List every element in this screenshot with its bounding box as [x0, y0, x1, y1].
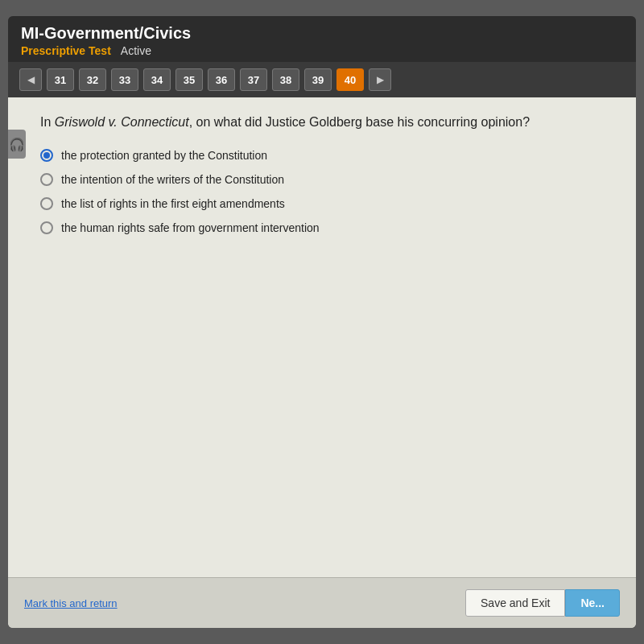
option-a-text: the protection granted by the Constituti…	[61, 149, 267, 162]
next-arrow-button[interactable]: ▶	[369, 68, 391, 91]
active-status-label: Active	[121, 44, 151, 57]
option-a[interactable]: the protection granted by the Constituti…	[40, 149, 612, 162]
radio-a[interactable]	[40, 149, 53, 162]
radio-b[interactable]	[40, 173, 53, 186]
left-tab-icon: 🎧	[9, 137, 25, 152]
question-text-before: In	[40, 115, 55, 129]
page-btn-32[interactable]: 32	[79, 68, 106, 91]
option-d[interactable]: the human rights safe from government in…	[40, 221, 612, 234]
prescriptive-test-label: Prescriptive Test	[21, 44, 111, 57]
app-title: MI-Government/Civics	[21, 24, 623, 43]
subtitle-row: Prescriptive Test Active	[21, 44, 623, 57]
screen-container: MI-Government/Civics Prescriptive Test A…	[8, 16, 636, 628]
option-d-text: the human rights safe from government in…	[61, 221, 320, 234]
prev-arrow-icon: ◀	[27, 74, 35, 85]
question-italic: Griswold v. Connecticut	[55, 115, 189, 129]
top-bar: MI-Government/Civics Prescriptive Test A…	[8, 16, 636, 62]
nav-bar: ◀ 31 32 33 34 35 36 37 38 39 40 ▶	[8, 62, 636, 97]
page-btn-38[interactable]: 38	[272, 68, 299, 91]
next-arrow-icon: ▶	[377, 74, 384, 85]
left-tab[interactable]: 🎧	[8, 130, 26, 159]
question-text: In Griswold v. Connecticut, on what did …	[40, 114, 612, 131]
option-b[interactable]: the intention of the writers of the Cons…	[40, 173, 612, 186]
page-btn-36[interactable]: 36	[208, 68, 235, 91]
page-btn-34[interactable]: 34	[143, 68, 171, 91]
next-button[interactable]: Ne...	[565, 589, 620, 617]
prev-arrow-button[interactable]: ◀	[19, 68, 42, 91]
page-btn-40[interactable]: 40	[336, 68, 364, 91]
option-c[interactable]: the list of rights in the first eight am…	[40, 197, 612, 210]
radio-c[interactable]	[40, 197, 53, 210]
page-btn-39[interactable]: 39	[304, 68, 332, 91]
save-exit-button[interactable]: Save and Exit	[465, 589, 565, 617]
question-text-after: , on what did Justice Goldberg base his …	[189, 115, 530, 129]
page-btn-35[interactable]: 35	[175, 68, 203, 91]
question-area: In Griswold v. Connecticut, on what did …	[40, 114, 612, 561]
page-btn-37[interactable]: 37	[240, 68, 267, 91]
main-content: 🎧 In Griswold v. Connecticut, on what di…	[8, 97, 636, 628]
radio-a-fill	[43, 152, 50, 159]
answer-options: the protection granted by the Constituti…	[40, 149, 612, 234]
radio-d[interactable]	[40, 221, 53, 234]
footer-bar: Mark this and return Save and Exit Ne...	[8, 577, 636, 628]
page-btn-31[interactable]: 31	[47, 68, 74, 91]
mark-return-link[interactable]: Mark this and return	[24, 597, 118, 609]
footer-right: Save and Exit Ne...	[465, 589, 620, 617]
option-b-text: the intention of the writers of the Cons…	[61, 173, 284, 186]
option-c-text: the list of rights in the first eight am…	[61, 197, 285, 210]
page-btn-33[interactable]: 33	[111, 68, 138, 91]
